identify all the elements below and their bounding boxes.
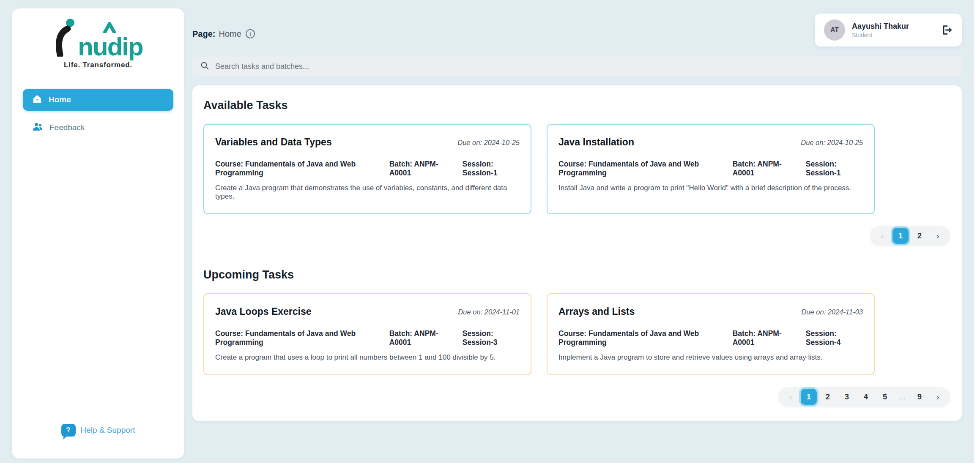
sidebar-item-label: Home <box>49 95 71 104</box>
app-canvas: nudip Life. Transformed. Home <box>0 0 974 463</box>
pagination-page-2[interactable]: 2 <box>820 389 836 405</box>
task-course: Course: Fundamentals of Java and Web Pro… <box>558 160 719 177</box>
pagination-page-3[interactable]: 3 <box>839 389 855 405</box>
task-card[interactable]: Java Installation Due on: 2024-10-25 Cou… <box>547 124 875 214</box>
page-label: Page: <box>192 29 215 39</box>
task-card[interactable]: Arrays and Lists Due on: 2024-11-03 Cour… <box>547 293 875 375</box>
pagination-next-icon[interactable]: › <box>931 231 945 241</box>
pagination: ‹12› <box>870 226 950 246</box>
task-title: Variables and Data Types <box>215 136 332 148</box>
pagination-page-1[interactable]: 1 <box>892 228 909 244</box>
help-support-link[interactable]: ? Help & Support <box>61 424 135 437</box>
task-session: Session: Session-4 <box>806 329 863 347</box>
task-description: Implement a Java program to store and re… <box>558 353 863 362</box>
logout-button[interactable] <box>941 24 953 36</box>
task-batch: Batch: ANPM-A0001 <box>389 329 449 347</box>
brand-name: nudip <box>78 35 142 58</box>
task-due-date: Due on: 2024-11-03 <box>801 308 863 316</box>
task-due-date: Due on: 2024-11-01 <box>458 308 520 316</box>
task-course: Course: Fundamentals of Java and Web Pro… <box>215 329 376 347</box>
pagination-page-9[interactable]: 9 <box>912 389 928 405</box>
task-batch: Batch: ANPM-A0001 <box>389 160 449 177</box>
task-meta: Course: Fundamentals of Java and Web Pro… <box>558 329 863 347</box>
page-value: Home <box>219 29 241 39</box>
card-head: Arrays and Lists Due on: 2024-11-03 <box>558 306 863 317</box>
user-card[interactable]: AT Aayushi Thakur Student <box>815 14 962 46</box>
avatar: AT <box>824 19 845 41</box>
user-role: Student <box>852 32 909 38</box>
task-due-date: Due on: 2024-10-25 <box>457 139 520 147</box>
task-due-date: Due on: 2024-10-25 <box>801 139 863 147</box>
cards-grid: Java Loops Exercise Due on: 2024-11-01 C… <box>203 293 950 375</box>
task-description: Create a Java program that demonstrates … <box>215 184 520 201</box>
main-panel: Available Tasks Variables and Data Types… <box>192 85 962 421</box>
search-icon <box>200 61 209 72</box>
task-session: Session: Session-1 <box>806 160 863 177</box>
card-head: Java Loops Exercise Due on: 2024-11-01 <box>215 306 520 317</box>
sidebar: nudip Life. Transformed. Home <box>12 8 184 459</box>
main-column: Page: Home i AT Aayushi Thakur Student <box>192 0 974 463</box>
logo-person-icon <box>53 18 78 58</box>
breadcrumb: Page: Home i <box>192 29 255 39</box>
task-session: Session: Session-1 <box>463 160 520 177</box>
pagination-prev-icon[interactable]: ‹ <box>783 392 798 402</box>
topbar: Page: Home i AT Aayushi Thakur Student <box>192 17 962 51</box>
pagination-ellipsis: … <box>896 393 909 401</box>
user-meta: Aayushi Thakur Student <box>852 22 909 38</box>
pagination-prev-icon[interactable]: ‹ <box>875 231 890 241</box>
task-batch: Batch: ANPM-A0001 <box>733 160 792 177</box>
help-support-label: Help & Support <box>81 426 135 435</box>
pagination-next-icon[interactable]: › <box>931 392 945 402</box>
section-upcoming-tasks: Upcoming Tasks Java Loops Exercise Due o… <box>203 268 950 407</box>
pagination-page-2[interactable]: 2 <box>912 228 928 244</box>
sidebar-item-label: Feedback <box>49 123 85 132</box>
task-meta: Course: Fundamentals of Java and Web Pro… <box>215 160 520 177</box>
task-title: Arrays and Lists <box>558 306 635 317</box>
task-description: Create a program that uses a loop to pri… <box>215 353 520 362</box>
pagination-page-1[interactable]: 1 <box>801 389 817 405</box>
section-title: Available Tasks <box>203 99 950 112</box>
sidebar-item-home[interactable]: Home <box>23 89 173 111</box>
home-icon <box>32 94 42 106</box>
task-title: Java Loops Exercise <box>215 306 312 317</box>
info-icon-glyph: i <box>249 31 251 37</box>
sidebar-nav: Home Feedback <box>12 89 184 139</box>
pagination-page-4[interactable]: 4 <box>858 389 874 405</box>
cards-grid: Variables and Data Types Due on: 2024-10… <box>203 124 950 214</box>
brand-logo: nudip Life. Transformed. <box>53 19 142 69</box>
user-name: Aayushi Thakur <box>852 22 909 31</box>
info-icon[interactable]: i <box>246 29 255 38</box>
sidebar-item-feedback[interactable]: Feedback <box>23 117 173 139</box>
users-icon <box>32 122 43 134</box>
card-head: Variables and Data Types Due on: 2024-10… <box>215 136 520 148</box>
brand-tagline: Life. Transformed. <box>53 61 142 69</box>
task-description: Install Java and write a program to prin… <box>558 184 863 192</box>
section-title: Upcoming Tasks <box>203 268 950 281</box>
task-title: Java Installation <box>558 136 634 148</box>
pagination-page-5[interactable]: 5 <box>877 389 893 405</box>
task-card[interactable]: Variables and Data Types Due on: 2024-10… <box>203 124 531 214</box>
help-icon-glyph: ? <box>66 426 70 434</box>
task-course: Course: Fundamentals of Java and Web Pro… <box>558 329 719 347</box>
task-meta: Course: Fundamentals of Java and Web Pro… <box>558 160 863 177</box>
pagination: ‹12345…9› <box>778 387 950 407</box>
task-batch: Batch: ANPM-A0001 <box>733 329 792 347</box>
task-meta: Course: Fundamentals of Java and Web Pro… <box>215 329 520 347</box>
section-available-tasks: Available Tasks Variables and Data Types… <box>203 99 950 246</box>
pagination-row: ‹12› <box>203 226 950 246</box>
logo-caret-icon <box>103 22 116 35</box>
task-course: Course: Fundamentals of Java and Web Pro… <box>215 160 376 177</box>
help-icon: ? <box>61 424 76 437</box>
search-bar <box>192 57 962 76</box>
card-head: Java Installation Due on: 2024-10-25 <box>558 136 863 148</box>
task-session: Session: Session-3 <box>463 329 520 347</box>
task-card[interactable]: Java Loops Exercise Due on: 2024-11-01 C… <box>203 293 531 375</box>
search-input[interactable] <box>215 62 954 71</box>
pagination-row: ‹12345…9› <box>203 387 950 407</box>
